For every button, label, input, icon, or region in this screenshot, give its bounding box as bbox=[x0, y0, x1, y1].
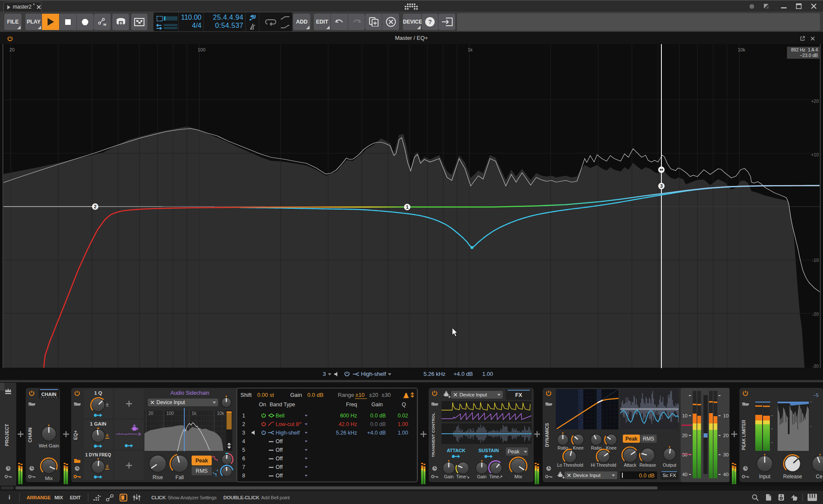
svg-text:Knee: Knee bbox=[573, 445, 584, 450]
svg-text:High-shelf: High-shelf bbox=[276, 430, 300, 436]
svg-text:6: 6 bbox=[242, 456, 245, 462]
svg-text:1.00: 1.00 bbox=[398, 430, 408, 436]
svg-text:20: 20 bbox=[682, 433, 688, 438]
svg-text:1k: 1k bbox=[468, 47, 473, 52]
svg-text:+10: +10 bbox=[811, 152, 819, 157]
svg-text:Device Input: Device Input bbox=[573, 473, 601, 478]
svg-text:10: 10 bbox=[682, 413, 688, 418]
svg-text:Range: Range bbox=[338, 392, 354, 398]
svg-text:8: 8 bbox=[242, 473, 245, 479]
svg-text:30: 30 bbox=[723, 452, 729, 457]
svg-text:Peak: Peak bbox=[508, 449, 520, 455]
svg-text:+20: +20 bbox=[811, 99, 819, 104]
svg-text:Peak: Peak bbox=[195, 458, 208, 464]
svg-text:±10: ±10 bbox=[355, 392, 365, 398]
svg-text:Freq: Freq bbox=[346, 402, 357, 408]
svg-text:±: ± bbox=[105, 463, 108, 469]
svg-text:Off: Off bbox=[276, 447, 283, 453]
svg-text:−23.0 dB: −23.0 dB bbox=[800, 53, 818, 58]
svg-text:Input: Input bbox=[759, 474, 771, 480]
svg-text:1: 1 bbox=[406, 204, 408, 210]
svg-text:Peak: Peak bbox=[625, 436, 637, 442]
svg-text:Lo Threshold: Lo Threshold bbox=[557, 462, 583, 468]
svg-text:±30: ±30 bbox=[381, 392, 391, 398]
svg-text:1.00: 1.00 bbox=[398, 421, 408, 427]
svg-text:40: 40 bbox=[682, 472, 688, 477]
svg-text:Low-cut 8: Low-cut 8 bbox=[276, 421, 299, 427]
svg-text:1k: 1k bbox=[192, 411, 197, 416]
svg-text:1 GAIN: 1 GAIN bbox=[90, 421, 106, 426]
svg-text:CHAIN: CHAIN bbox=[42, 392, 57, 397]
svg-text:0.0 dB: 0.0 dB bbox=[370, 413, 386, 419]
svg-text:TRANSIENT CONTROL: TRANSIENT CONTROL bbox=[431, 413, 436, 457]
svg-text:2: 2 bbox=[242, 421, 245, 427]
svg-text:Time↗: Time↗ bbox=[489, 474, 503, 479]
svg-text:Mix: Mix bbox=[514, 474, 522, 479]
svg-text:±: ± bbox=[105, 401, 108, 408]
svg-text:10: 10 bbox=[723, 413, 729, 418]
svg-text:20: 20 bbox=[9, 47, 15, 52]
svg-text:CHAIN: CHAIN bbox=[27, 428, 33, 443]
svg-text:Time↘: Time↘ bbox=[456, 474, 470, 479]
svg-text:Release: Release bbox=[783, 474, 802, 480]
svg-text:Ce: Ce bbox=[816, 474, 823, 480]
svg-text:20: 20 bbox=[723, 433, 729, 438]
svg-text:100: 100 bbox=[166, 411, 174, 416]
svg-text:Device Input: Device Input bbox=[460, 392, 487, 397]
svg-text:3: 3 bbox=[242, 430, 245, 436]
svg-text:0.02: 0.02 bbox=[398, 413, 408, 419]
svg-text:892 Hz 1 A 4: 892 Hz 1 A 4 bbox=[791, 47, 818, 52]
svg-text:Mix: Mix bbox=[45, 476, 53, 481]
svg-text:600 Hz: 600 Hz bbox=[340, 413, 357, 419]
svg-text:−5: −5 bbox=[813, 393, 819, 398]
svg-text:4: 4 bbox=[242, 438, 245, 444]
svg-text:Fall: Fall bbox=[175, 474, 183, 480]
svg-text:4: 4 bbox=[212, 455, 213, 458]
svg-text:-20: -20 bbox=[812, 312, 819, 317]
svg-text:Gain: Gain bbox=[477, 474, 487, 479]
svg-text:Gain: Gain bbox=[444, 474, 454, 479]
svg-text:42.0 Hz: 42.0 Hz bbox=[339, 421, 357, 427]
svg-text:PEAK LIMITER: PEAK LIMITER bbox=[742, 420, 746, 450]
svg-text:Off: Off bbox=[276, 473, 283, 479]
svg-text:20: 20 bbox=[148, 411, 153, 416]
svg-text:0.0 dB: 0.0 dB bbox=[307, 392, 324, 398]
svg-text:Sc FX: Sc FX bbox=[663, 473, 676, 478]
svg-text:Attack: Attack bbox=[624, 462, 637, 468]
svg-text:w: w bbox=[103, 22, 107, 26]
svg-text:Gain: Gain bbox=[290, 392, 302, 398]
svg-text:10k: 10k bbox=[217, 411, 225, 416]
svg-text:±: ± bbox=[105, 432, 108, 438]
svg-text:4: 4 bbox=[216, 469, 218, 472]
svg-text:FX: FX bbox=[515, 392, 523, 398]
svg-text:ATTACK: ATTACK bbox=[447, 448, 466, 453]
svg-text:5: 5 bbox=[242, 447, 245, 453]
svg-text:-30: -30 bbox=[812, 363, 819, 368]
svg-text:5.26 kHz: 5.26 kHz bbox=[336, 430, 357, 436]
svg-text:Q: Q bbox=[402, 402, 406, 408]
svg-text:Band Type: Band Type bbox=[270, 402, 295, 408]
svg-text:10k: 10k bbox=[738, 47, 745, 52]
svg-text:On: On bbox=[259, 402, 266, 408]
svg-text:0.00 st: 0.00 st bbox=[257, 392, 274, 398]
svg-text:Off: Off bbox=[276, 456, 283, 462]
svg-text:Hi Threshold: Hi Threshold bbox=[591, 462, 616, 468]
svg-text:P: P bbox=[299, 421, 301, 425]
svg-text:Release: Release bbox=[640, 462, 656, 468]
svg-text:Knee: Knee bbox=[606, 445, 617, 450]
svg-text:+4.0 dB: +4.0 dB bbox=[367, 430, 386, 436]
svg-text:100: 100 bbox=[198, 47, 205, 52]
svg-text:Bell: Bell bbox=[276, 413, 285, 419]
svg-text:Audio Sidechain: Audio Sidechain bbox=[171, 390, 209, 396]
svg-text:1: 1 bbox=[242, 413, 245, 419]
svg-text:±20: ±20 bbox=[369, 392, 378, 398]
svg-text:Off: Off bbox=[276, 464, 283, 470]
svg-text:1 DYN FREQ: 1 DYN FREQ bbox=[85, 453, 111, 457]
svg-text:Rise: Rise bbox=[153, 474, 163, 480]
svg-text:40: 40 bbox=[723, 472, 729, 477]
svg-text:DYNAMICS: DYNAMICS bbox=[544, 423, 550, 447]
svg-text:Output: Output bbox=[663, 462, 676, 468]
svg-text:Shift: Shift bbox=[240, 392, 252, 398]
svg-text:2: 2 bbox=[94, 204, 96, 209]
svg-text:RMS: RMS bbox=[196, 468, 208, 474]
